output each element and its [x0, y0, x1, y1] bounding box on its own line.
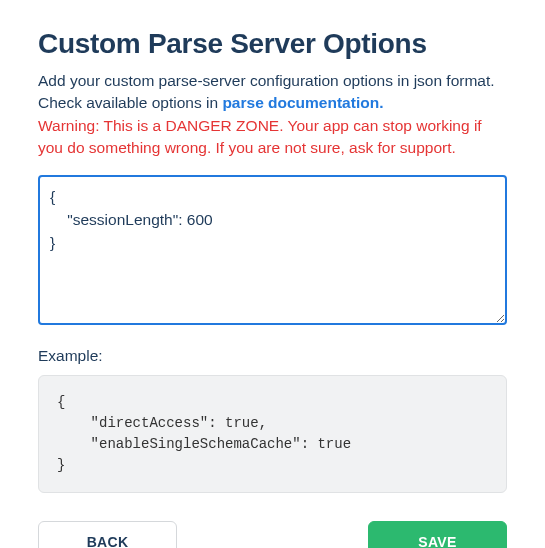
example-code-block: { "directAccess": true, "enableSingleSch… — [38, 375, 507, 493]
parse-documentation-link[interactable]: parse documentation. — [222, 94, 383, 111]
config-json-input[interactable] — [38, 175, 507, 325]
button-row: BACK SAVE — [38, 521, 507, 548]
description-text: Add your custom parse-server configurati… — [38, 70, 507, 113]
save-button[interactable]: SAVE — [368, 521, 507, 548]
warning-text: Warning: This is a DANGER ZONE. Your app… — [38, 115, 507, 158]
back-button[interactable]: BACK — [38, 521, 177, 548]
example-label: Example: — [38, 347, 507, 365]
page-title: Custom Parse Server Options — [38, 28, 507, 60]
